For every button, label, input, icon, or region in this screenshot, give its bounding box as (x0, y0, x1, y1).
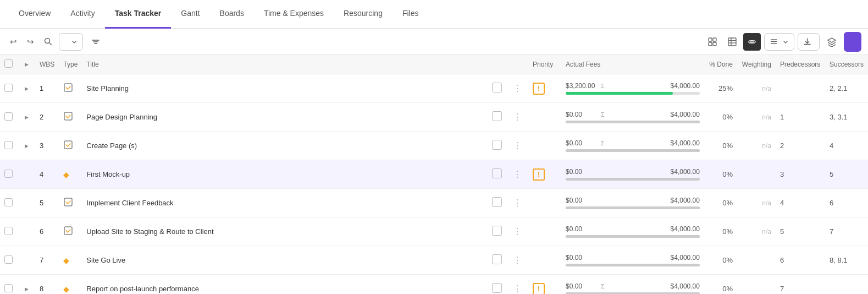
row-wbs: 3 (35, 132, 59, 160)
row-checkbox[interactable] (4, 198, 13, 206)
row-type (59, 103, 82, 132)
svg-rect-6 (713, 38, 716, 41)
nav-tab-boards[interactable]: Boards (210, 0, 254, 29)
row-title: Implement Client Feedback (82, 189, 488, 217)
row-menu-button[interactable]: ⋮ (511, 197, 524, 209)
row-menu-button[interactable]: ⋮ (511, 283, 524, 294)
widget-icon[interactable] (492, 83, 502, 92)
add-task-button[interactable] (844, 32, 861, 52)
row-checkbox-cell (0, 217, 18, 246)
sigma-icon: Σ (601, 83, 605, 89)
csv-button[interactable] (798, 33, 820, 51)
row-checkbox[interactable] (4, 255, 13, 264)
row-successors: 5 (825, 160, 868, 189)
select-all-checkbox[interactable] (4, 59, 13, 68)
task-icon (63, 228, 73, 237)
nav-tab-files[interactable]: Files (392, 0, 429, 29)
nav-tab-overview[interactable]: Overview (9, 0, 60, 29)
row-actual-fee: $0.00 (566, 168, 599, 176)
grid-view-button[interactable] (704, 33, 721, 51)
undo-button[interactable]: ↩ (7, 35, 20, 49)
row-actual-fee: $3,200.00 (566, 82, 599, 90)
widget-icon[interactable] (492, 254, 502, 264)
toolbar: ↩ ↪ (0, 29, 868, 55)
expand-row-button[interactable] (22, 113, 31, 122)
row-done-pct: 0% (704, 103, 737, 132)
row-budget-fee: $4,000.00 (667, 225, 700, 233)
nav-tab-task-tracker[interactable]: Task Tracker (105, 0, 172, 29)
widget-icon[interactable] (492, 283, 502, 293)
row-menu-button[interactable]: ⋮ (511, 168, 524, 180)
header-dots (506, 55, 528, 74)
widget-icon[interactable] (492, 168, 502, 178)
row-wbs: 8 (35, 275, 59, 295)
expand-row-button[interactable] (22, 285, 31, 293)
row-menu-button[interactable]: ⋮ (511, 83, 524, 94)
sigma-icon: Σ (601, 283, 605, 290)
link-view-button[interactable] (743, 33, 761, 51)
row-checkbox[interactable] (4, 141, 13, 149)
widget-icon[interactable] (492, 197, 502, 207)
wbs-dropdown[interactable] (764, 33, 794, 51)
row-menu-button[interactable]: ⋮ (511, 226, 524, 237)
chevron-down-icon (71, 39, 77, 45)
nav-tab-time-&-expenses[interactable]: Time & Expenses (254, 0, 334, 29)
nav-tab-activity[interactable]: Activity (60, 0, 104, 29)
row-checkbox[interactable] (4, 227, 13, 235)
header-type: Type (59, 55, 82, 74)
search-button[interactable] (41, 35, 56, 48)
row-checkbox[interactable] (4, 84, 13, 92)
expand-all-button[interactable] (22, 60, 31, 69)
header-wbs: WBS (35, 55, 59, 74)
milestone-icon: ◆ (63, 285, 69, 293)
row-wbs: 2 (35, 103, 59, 132)
row-widget (488, 132, 506, 160)
table-view-button[interactable] (723, 33, 741, 51)
task-tbody: 1 Site Planning ⋮ ! $3,200.00 Σ $4,000.0… (0, 74, 868, 295)
row-title: Page Design Planning (82, 103, 488, 132)
row-expand-cell (18, 160, 35, 189)
row-widget (488, 103, 506, 132)
filters-button[interactable] (86, 36, 108, 48)
row-type: ◆ (59, 160, 82, 189)
row-title: Upload Site to Staging & Route to Client (82, 217, 488, 246)
views-dropdown[interactable] (59, 33, 83, 51)
row-actual-fee: $0.00 (566, 111, 599, 118)
row-successors: 8, 8.1 (825, 246, 868, 275)
expand-row-button[interactable] (22, 141, 31, 150)
nav-tab-resourcing[interactable]: Resourcing (334, 0, 392, 29)
layers-button[interactable] (823, 33, 841, 51)
row-actual-fee: $0.00 (566, 197, 599, 204)
row-widget (488, 217, 506, 246)
widget-icon[interactable] (492, 140, 502, 150)
view-mode-icons (704, 33, 761, 51)
row-done-pct: 25% (704, 74, 737, 103)
row-type (59, 74, 82, 103)
nav-tab-gantt[interactable]: Gantt (171, 0, 209, 29)
row-predecessors: 2 (776, 132, 825, 160)
header-done: % Done (704, 55, 737, 74)
redo-button[interactable]: ↪ (24, 35, 37, 49)
table-row: 8 ◆ Report on post-launch performance ⋮ … (0, 275, 868, 295)
row-expand-cell (18, 74, 35, 103)
row-fees: $0.00 $4,000.00 (561, 189, 704, 217)
row-checkbox[interactable] (4, 112, 13, 121)
row-predecessors: 3 (776, 160, 825, 189)
row-predecessors: 4 (776, 189, 825, 217)
task-icon (63, 113, 73, 123)
row-checkbox[interactable] (4, 170, 13, 178)
widget-icon[interactable] (492, 226, 502, 236)
row-checkbox-cell (0, 74, 18, 103)
row-fees: $0.00 Σ $4,000.00 (561, 103, 704, 132)
row-done-pct: 0% (704, 246, 737, 275)
row-type: ◆ (59, 275, 82, 295)
row-menu-button[interactable]: ⋮ (511, 140, 524, 151)
row-checkbox[interactable] (4, 284, 13, 292)
task-icon (63, 199, 73, 209)
row-menu-button[interactable]: ⋮ (511, 111, 524, 123)
widget-icon[interactable] (492, 111, 502, 121)
row-predecessors: 5 (776, 217, 825, 246)
expand-row-button[interactable] (22, 84, 31, 93)
row-menu-button[interactable]: ⋮ (511, 254, 524, 266)
svg-line-1 (49, 43, 52, 45)
